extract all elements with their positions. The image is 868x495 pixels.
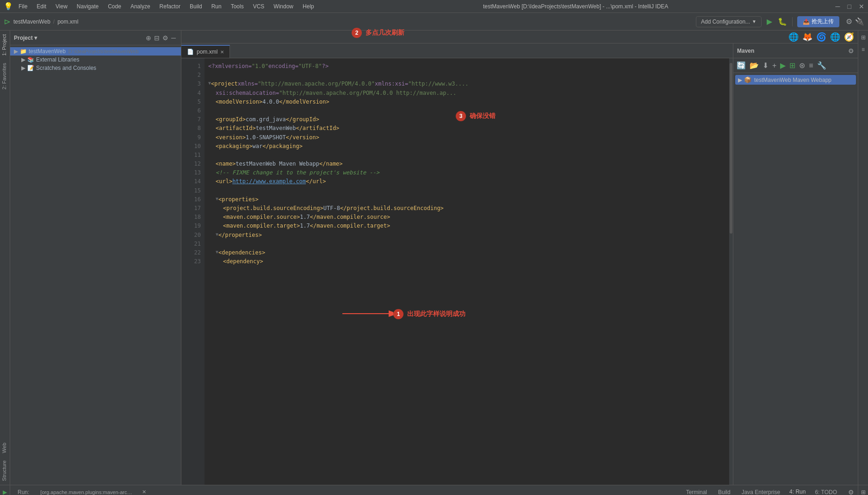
maven-settings-icon[interactable]: ⚙ <box>848 47 854 55</box>
run4-tab[interactable]: 4: Run <box>787 488 807 495</box>
favorites-tab[interactable]: 2: Favorites <box>0 59 10 93</box>
bottom-right-icon[interactable]: ⊞ <box>861 487 866 495</box>
project-tab[interactable]: 1: Project <box>0 31 10 59</box>
menu-tools[interactable]: Tools <box>229 2 246 11</box>
menu-navigate[interactable]: Navigate <box>75 2 100 11</box>
expand-icon2: ▶ <box>21 56 25 63</box>
breadcrumb-app: testMavenWeb <box>13 19 50 25</box>
left-vertical-tabs: 1: Project 2: Favorites Web Structure <box>0 31 10 485</box>
maximize-btn[interactable]: □ <box>848 3 851 10</box>
app-icon: 💡 <box>4 2 13 11</box>
scratches-item[interactable]: ▶ 📝 Scratches and Consoles <box>10 64 181 72</box>
menu-code[interactable]: Code <box>106 2 123 11</box>
maven-gear-icon[interactable]: ≡ <box>807 61 814 71</box>
menu-view[interactable]: View <box>54 2 69 11</box>
editor-content[interactable]: 1 2 3 4 5 6 7 8 9 10 11 12 13 14 <box>181 58 733 485</box>
ie-icon[interactable]: 🌐 <box>830 32 840 42</box>
maven-refresh-icon[interactable]: 🔄 <box>735 60 747 71</box>
line-num-9: 9 <box>181 133 201 142</box>
code-line-2 <box>208 71 725 80</box>
settings-gear-icon[interactable]: ⚙ <box>162 34 168 42</box>
line-num-16: 16 <box>181 195 201 204</box>
maven-panel-title: Maven <box>737 48 848 54</box>
firefox-icon[interactable]: 🦊 <box>802 32 812 42</box>
line-num-3: 3 <box>181 80 201 88</box>
window-controls[interactable]: ─ □ ✕ <box>836 3 864 10</box>
close-run-icon[interactable]: ✕ <box>142 489 146 495</box>
java-enterprise-tab[interactable]: Java Enterprise <box>738 487 784 495</box>
maven-run2-icon[interactable]: ⊞ <box>788 60 797 71</box>
project-root-path: D:\IdeaProjects\testMavenWeb <box>68 49 138 54</box>
project-tree: ▶ 📁 testMavenWeb D:\IdeaProjects\testMav… <box>10 45 181 485</box>
editor-scrollbar[interactable] <box>729 58 733 485</box>
minimize-btn[interactable]: ─ <box>836 3 840 10</box>
share-label: 抢先上传 <box>812 18 834 25</box>
code-line-21 <box>208 240 725 248</box>
line-num-18: 18 <box>181 213 201 222</box>
menu-help[interactable]: Help <box>301 2 316 11</box>
toolbar-bar: ⊳ testMavenWeb / pom.xml Add Configurati… <box>0 13 868 31</box>
run-button[interactable]: ▶ <box>764 17 775 27</box>
safari-icon[interactable]: 🧭 <box>844 32 854 42</box>
add-config-label: Add Configuration... <box>701 19 750 25</box>
line-num-14: 14 <box>181 177 201 186</box>
code-line-18: <maven.compiler.source>1.7</maven.compil… <box>208 213 725 222</box>
close-tab-icon[interactable]: ✕ <box>220 50 224 55</box>
run-tab[interactable]: Run: <box>14 487 33 495</box>
maven-add-icon[interactable]: 📂 <box>748 60 760 71</box>
add-configuration-button[interactable]: Add Configuration... ▼ <box>696 16 762 27</box>
chrome-icon[interactable]: 🌐 <box>788 32 799 42</box>
bottom-left-sidebar: ▶ <box>0 485 10 495</box>
maven-project-item[interactable]: ▶ 📦 testMavenWeb Maven Webapp <box>735 75 856 85</box>
structure-tab[interactable]: Structure <box>0 457 10 485</box>
debug-button[interactable]: 🐛 <box>777 17 787 27</box>
menu-vcs[interactable]: VCS <box>251 2 267 11</box>
maven-toolbar: 🔄 📂 ⬇ + ▶ ⊞ ⊛ ≡ 🔧 <box>733 58 858 73</box>
code-line-16: ▼ <properties> <box>208 195 725 204</box>
close-panel-icon[interactable]: ─ <box>171 34 176 42</box>
project-root-label: testMavenWeb <box>29 48 66 55</box>
todo-tab[interactable]: 6: TODO <box>811 487 841 495</box>
locate-icon[interactable]: ⊕ <box>146 34 151 42</box>
maven-more-icon[interactable]: 🔧 <box>816 60 828 71</box>
menu-build[interactable]: Build <box>188 2 204 11</box>
project-root-item[interactable]: ▶ 📁 testMavenWeb D:\IdeaProjects\testMav… <box>10 47 181 56</box>
external-libraries-item[interactable]: ▶ 📚 External Libraries <box>10 56 181 64</box>
code-area[interactable]: <?xml version="1.0" encoding="UTF-8"?> ▼… <box>205 58 729 485</box>
bottom-right-sidebar: ⊞ <box>858 485 868 495</box>
close-btn[interactable]: ✕ <box>859 3 864 10</box>
menu-file[interactable]: File <box>17 2 29 11</box>
line-num-13: 13 <box>181 168 201 177</box>
menu-window[interactable]: Window <box>272 2 295 11</box>
menu-refactor[interactable]: Refactor <box>158 2 182 11</box>
code-line-7: <groupId>com.grd_java</groupId> <box>208 115 725 124</box>
menu-analyze[interactable]: Analyze <box>129 2 152 11</box>
bottom-left-icon1[interactable]: ▶ <box>3 487 7 495</box>
right-sidebar-icon1[interactable]: ⊞ <box>861 32 866 43</box>
share-upload-button[interactable]: 📤 抢先上传 <box>797 16 839 27</box>
edge-icon[interactable]: 🌀 <box>816 32 826 42</box>
collapse-icon[interactable]: ⊟ <box>154 34 160 42</box>
code-line-13: <!-- FIXME change it to the project's we… <box>208 168 725 177</box>
maven-plus-icon[interactable]: + <box>771 61 778 71</box>
web-tab[interactable]: Web <box>0 439 10 457</box>
terminal-tab[interactable]: Terminal <box>682 487 711 495</box>
window-title: testMavenWeb [D:\IdeaProjects\testMavenW… <box>316 3 836 10</box>
bottom-settings-icon[interactable]: ⚙ <box>848 489 854 495</box>
breadcrumb-sep: / <box>53 19 55 25</box>
maven-run-icon[interactable]: ▶ <box>779 60 787 71</box>
build-tab[interactable]: Build <box>714 487 734 495</box>
right-sidebar-icon2[interactable]: ≡ <box>862 44 865 55</box>
menubar[interactable]: File Edit View Navigate Code Analyze Ref… <box>17 2 316 11</box>
code-line-10: <packaging>war</packaging> <box>208 142 725 151</box>
menu-edit[interactable]: Edit <box>35 2 48 11</box>
maven-skip-icon[interactable]: ⊛ <box>798 60 806 71</box>
pom-xml-tab[interactable]: 📄 pom.xml ✕ <box>181 45 230 58</box>
menu-run[interactable]: Run <box>210 2 223 11</box>
code-line-15 <box>208 186 725 195</box>
settings-icon[interactable]: ⚙ <box>846 17 852 26</box>
maven-download-icon[interactable]: ⬇ <box>761 60 770 71</box>
code-line-4: xsi:schemaLocation="http://maven.apache.… <box>208 89 725 98</box>
plugins-icon[interactable]: 🔌 <box>855 17 864 26</box>
editor-tabs: 📄 pom.xml ✕ <box>181 43 733 58</box>
